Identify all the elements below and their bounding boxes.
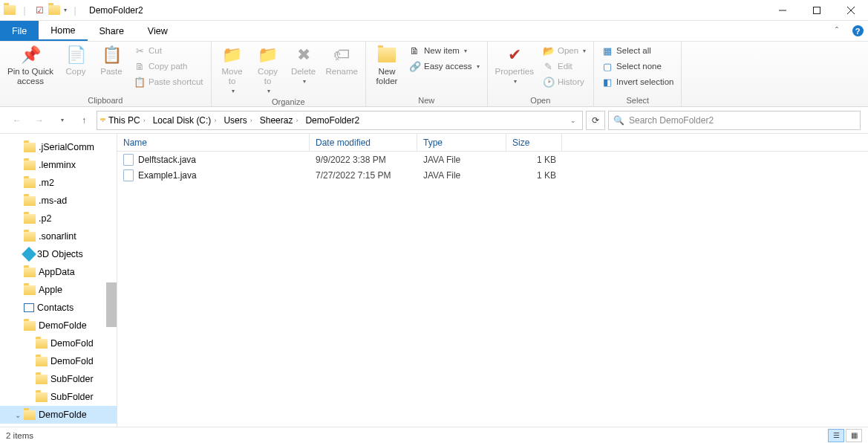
breadcrumb-item[interactable]: Local Disk (C:)› [150, 115, 220, 126]
file-icon [123, 169, 134, 181]
search-box[interactable]: 🔍 [608, 111, 861, 130]
collapse-ribbon-button[interactable]: ˆ [826, 21, 847, 41]
select-none-button[interactable]: ▢Select none [598, 59, 676, 74]
move-to-button[interactable]: 📁Move to▾ [216, 43, 249, 96]
column-name[interactable]: Name [117, 134, 310, 151]
navigation-tree[interactable]: .jSerialComm.lemminx.m2.ms-ad.p2.sonarli… [0, 134, 117, 427]
address-bar[interactable]: › This PC› Local Disk (C:)› Users› Sheer… [97, 111, 583, 130]
breadcrumb-item[interactable]: DemoFolder2 [302, 115, 362, 126]
up-button[interactable]: ↑ [74, 111, 94, 130]
cut-button[interactable]: ✂Cut [131, 43, 206, 58]
close-button[interactable] [834, 0, 868, 21]
back-button[interactable]: ← [7, 111, 27, 130]
tree-item[interactable]: .sonarlint [0, 227, 117, 245]
select-all-button[interactable]: ▦Select all [598, 43, 676, 58]
contacts-icon [24, 303, 34, 312]
tree-item[interactable]: DemoFold [0, 334, 117, 352]
refresh-button[interactable]: ⟳ [586, 111, 605, 130]
tree-item-label: Contacts [37, 303, 74, 313]
pin-to-quick-access-button[interactable]: 📌 Pin to Quick access [4, 43, 56, 88]
copy-to-icon: 📁 [258, 45, 278, 65]
tab-home[interactable]: Home [39, 21, 87, 41]
rename-button[interactable]: 🏷Rename [323, 43, 361, 78]
tree-item[interactable]: .jSerialComm [0, 138, 117, 156]
cell-type: JAVA File [417, 155, 506, 165]
tree-item[interactable]: SubFolder [0, 370, 117, 388]
file-row[interactable]: Example1.java7/27/2022 7:15 PMJAVA File1… [117, 167, 868, 183]
copy-to-button[interactable]: 📁Copy to▾ [252, 43, 284, 96]
tree-item[interactable]: ⌄DemoFolde [0, 406, 117, 424]
tab-share[interactable]: Share [88, 21, 136, 41]
tree-item-label: .sonarlint [39, 231, 76, 242]
recent-locations-button[interactable]: ▾ [52, 111, 71, 130]
paste-shortcut-button[interactable]: 📋Paste shortcut [131, 74, 206, 89]
chevron-down-icon[interactable]: ⌄ [13, 411, 22, 419]
cell-name: Example1.java [117, 169, 310, 181]
tree-item[interactable]: .ms-ad [0, 192, 117, 210]
tree-item[interactable]: AppData [0, 263, 117, 281]
folder-icon [24, 196, 36, 206]
paste-button[interactable]: 📋 Paste [95, 43, 128, 78]
file-name: Example1.java [138, 170, 197, 181]
new-item-button[interactable]: 🗎New item▾ [406, 43, 483, 58]
delete-icon: ✖ [293, 45, 314, 65]
breadcrumb-item[interactable]: Sheeraz› [257, 115, 301, 126]
help-button[interactable]: ? [847, 21, 868, 41]
open-button[interactable]: 📂Open▾ [540, 43, 589, 58]
tree-item[interactable]: Contacts [0, 299, 117, 317]
history-button[interactable]: 🕑History [540, 74, 589, 89]
invert-selection-button[interactable]: ◧Invert selection [598, 74, 676, 89]
folder-icon [24, 268, 36, 277]
scrollbar-thumb[interactable] [106, 282, 117, 327]
column-size[interactable]: Size [506, 134, 562, 151]
qat-properties-icon[interactable]: ☑ [33, 4, 46, 17]
minimize-button[interactable] [766, 0, 800, 21]
tree-item[interactable]: .lemminx [0, 156, 117, 174]
copy-path-button[interactable]: 🗎Copy path [131, 59, 206, 74]
tree-item[interactable]: .p2 [0, 210, 117, 227]
tab-file[interactable]: File [0, 21, 39, 41]
new-folder-icon [376, 45, 397, 65]
copy-path-icon: 🗎 [134, 60, 146, 72]
tree-item[interactable]: .m2 [0, 174, 117, 192]
details-view-button[interactable]: ☰ [828, 429, 844, 442]
forward-button[interactable]: → [30, 111, 49, 130]
content-area: .jSerialComm.lemminx.m2.ms-ad.p2.sonarli… [0, 134, 868, 427]
folder-icon [3, 4, 16, 17]
search-icon: 🔍 [613, 115, 624, 126]
new-folder-button[interactable]: New folder [371, 43, 403, 88]
qat-folder-icon[interactable] [48, 4, 61, 17]
list-rows[interactable]: Delftstack.java9/9/2022 3:38 PMJAVA File… [117, 152, 868, 427]
folder-icon [24, 214, 36, 224]
thumbnails-view-button[interactable]: ▦ [846, 429, 862, 442]
tree-item[interactable]: DemoFolde [0, 317, 117, 334]
edit-button[interactable]: ✎Edit [540, 59, 589, 74]
rename-icon: 🏷 [331, 45, 352, 65]
delete-button[interactable]: ✖Delete▾ [287, 43, 320, 86]
easy-access-button[interactable]: 🔗Easy access▾ [406, 59, 483, 74]
folder-icon [36, 339, 48, 349]
search-input[interactable] [629, 115, 855, 126]
column-date[interactable]: Date modified [310, 134, 417, 151]
breadcrumb-item[interactable]: This PC› [105, 115, 149, 126]
folder-icon [24, 285, 36, 295]
file-row[interactable]: Delftstack.java9/9/2022 3:38 PMJAVA File… [117, 152, 868, 167]
tree-item[interactable]: DemoFold [0, 352, 117, 370]
properties-button[interactable]: ✔Properties▾ [492, 43, 537, 86]
breadcrumb-item[interactable]: Users› [221, 115, 255, 126]
copy-button[interactable]: 📄 Copy [59, 43, 92, 78]
status-text: 2 items [6, 431, 33, 440]
folder-icon [36, 357, 48, 366]
file-name: Delftstack.java [138, 155, 196, 165]
chevron-down-icon: ▾ [514, 78, 517, 85]
column-type[interactable]: Type [417, 134, 506, 151]
maximize-button[interactable] [800, 0, 834, 21]
qat-dropdown-icon[interactable]: ▾ [64, 7, 67, 13]
tree-item[interactable]: Apple [0, 281, 117, 299]
select-all-icon: ▦ [601, 45, 613, 56]
address-dropdown[interactable]: ⌄ [567, 117, 579, 124]
tab-view[interactable]: View [136, 21, 180, 41]
tree-item[interactable]: SubFolder [0, 388, 117, 406]
file-icon [123, 154, 134, 166]
tree-item[interactable]: 3D Objects [0, 245, 117, 263]
